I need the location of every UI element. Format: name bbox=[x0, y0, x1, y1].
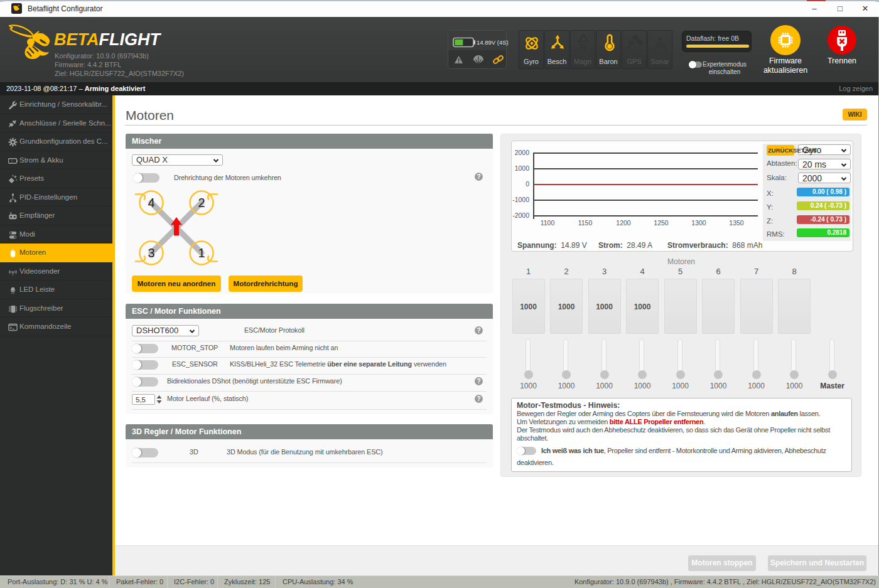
svg-text:N: N bbox=[580, 41, 587, 51]
svg-text:2: 2 bbox=[198, 196, 205, 210]
svg-text:4: 4 bbox=[148, 196, 154, 210]
svg-text:1: 1 bbox=[198, 246, 205, 260]
svg-text:3: 3 bbox=[148, 246, 154, 260]
